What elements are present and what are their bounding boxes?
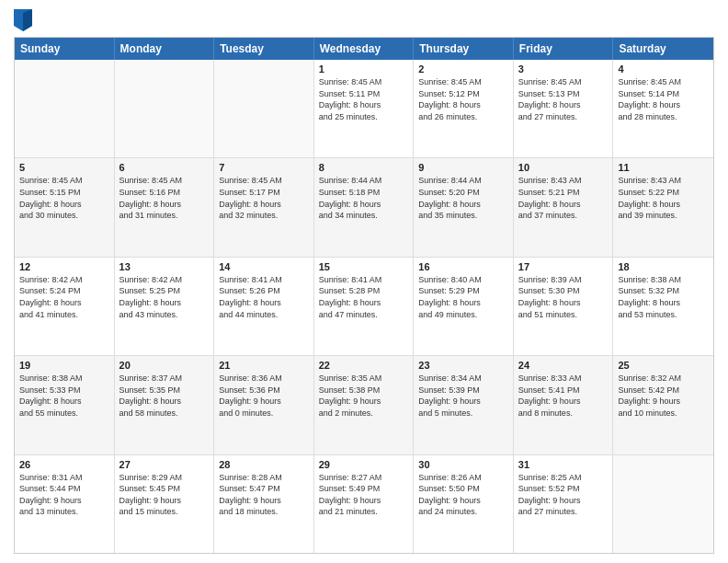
day-number: 24 — [518, 360, 609, 371]
day-number: 13 — [119, 261, 210, 272]
day-cell-14: 14Sunrise: 8:41 AM Sunset: 5:26 PM Dayli… — [214, 258, 314, 355]
calendar-row-3: 12Sunrise: 8:42 AM Sunset: 5:24 PM Dayli… — [15, 257, 713, 355]
day-info: Sunrise: 8:25 AM Sunset: 5:52 PM Dayligh… — [518, 472, 609, 518]
day-number: 2 — [418, 63, 508, 75]
day-number: 11 — [618, 162, 709, 173]
day-number: 22 — [319, 360, 409, 371]
day-cell-25: 25Sunrise: 8:32 AM Sunset: 5:42 PM Dayli… — [613, 356, 713, 454]
day-cell-16: 16Sunrise: 8:40 AM Sunset: 5:29 PM Dayli… — [414, 258, 514, 355]
header-day-sunday: Sunday — [15, 38, 115, 60]
day-number: 29 — [319, 459, 409, 470]
day-cell-7: 7Sunrise: 8:45 AM Sunset: 5:17 PM Daylig… — [214, 158, 314, 256]
day-cell-31: 31Sunrise: 8:25 AM Sunset: 5:52 PM Dayli… — [514, 455, 614, 553]
day-number: 4 — [618, 63, 709, 75]
day-cell-10: 10Sunrise: 8:43 AM Sunset: 5:21 PM Dayli… — [514, 158, 614, 256]
empty-cell — [214, 60, 314, 157]
day-cell-27: 27Sunrise: 8:29 AM Sunset: 5:45 PM Dayli… — [115, 455, 215, 553]
day-number: 17 — [518, 261, 609, 272]
day-info: Sunrise: 8:41 AM Sunset: 5:28 PM Dayligh… — [319, 274, 409, 320]
header-day-tuesday: Tuesday — [214, 38, 314, 60]
day-number: 14 — [219, 261, 309, 272]
day-number: 16 — [418, 261, 508, 272]
day-number: 26 — [19, 459, 109, 470]
day-number: 19 — [19, 360, 109, 371]
day-info: Sunrise: 8:45 AM Sunset: 5:13 PM Dayligh… — [518, 76, 609, 122]
calendar-row-5: 26Sunrise: 8:31 AM Sunset: 5:44 PM Dayli… — [15, 454, 713, 553]
logo-icon — [14, 9, 32, 31]
day-cell-13: 13Sunrise: 8:42 AM Sunset: 5:25 PM Dayli… — [115, 258, 215, 355]
day-cell-2: 2Sunrise: 8:45 AM Sunset: 5:12 PM Daylig… — [414, 60, 514, 157]
day-info: Sunrise: 8:39 AM Sunset: 5:30 PM Dayligh… — [518, 274, 609, 320]
day-info: Sunrise: 8:35 AM Sunset: 5:38 PM Dayligh… — [319, 373, 409, 419]
day-cell-12: 12Sunrise: 8:42 AM Sunset: 5:24 PM Dayli… — [15, 258, 115, 355]
day-info: Sunrise: 8:45 AM Sunset: 5:15 PM Dayligh… — [19, 175, 109, 221]
day-info: Sunrise: 8:32 AM Sunset: 5:42 PM Dayligh… — [618, 373, 709, 419]
header-day-monday: Monday — [115, 38, 215, 60]
day-cell-5: 5Sunrise: 8:45 AM Sunset: 5:15 PM Daylig… — [15, 158, 115, 256]
day-number: 7 — [219, 162, 309, 173]
day-info: Sunrise: 8:29 AM Sunset: 5:45 PM Dayligh… — [119, 472, 210, 518]
day-info: Sunrise: 8:45 AM Sunset: 5:14 PM Dayligh… — [618, 76, 709, 122]
day-info: Sunrise: 8:28 AM Sunset: 5:47 PM Dayligh… — [219, 472, 309, 518]
day-info: Sunrise: 8:45 AM Sunset: 5:12 PM Dayligh… — [418, 76, 508, 122]
day-cell-29: 29Sunrise: 8:27 AM Sunset: 5:49 PM Dayli… — [314, 455, 415, 553]
day-info: Sunrise: 8:43 AM Sunset: 5:22 PM Dayligh… — [618, 175, 709, 221]
day-info: Sunrise: 8:43 AM Sunset: 5:21 PM Dayligh… — [518, 175, 609, 221]
day-cell-9: 9Sunrise: 8:44 AM Sunset: 5:20 PM Daylig… — [414, 158, 514, 256]
day-info: Sunrise: 8:26 AM Sunset: 5:50 PM Dayligh… — [418, 472, 508, 518]
day-cell-24: 24Sunrise: 8:33 AM Sunset: 5:41 PM Dayli… — [514, 356, 614, 454]
day-info: Sunrise: 8:37 AM Sunset: 5:35 PM Dayligh… — [119, 373, 210, 419]
day-info: Sunrise: 8:45 AM Sunset: 5:16 PM Dayligh… — [119, 175, 210, 221]
page: SundayMondayTuesdayWednesdayThursdayFrid… — [0, 0, 728, 563]
day-number: 28 — [219, 459, 309, 470]
day-number: 21 — [219, 360, 309, 371]
day-cell-22: 22Sunrise: 8:35 AM Sunset: 5:38 PM Dayli… — [314, 356, 415, 454]
day-cell-1: 1Sunrise: 8:45 AM Sunset: 5:11 PM Daylig… — [314, 60, 415, 157]
day-cell-21: 21Sunrise: 8:36 AM Sunset: 5:36 PM Dayli… — [214, 356, 314, 454]
day-info: Sunrise: 8:42 AM Sunset: 5:25 PM Dayligh… — [119, 274, 210, 320]
header-day-thursday: Thursday — [414, 38, 514, 60]
day-cell-19: 19Sunrise: 8:38 AM Sunset: 5:33 PM Dayli… — [15, 356, 115, 454]
empty-cell — [115, 60, 215, 157]
day-number: 6 — [119, 162, 210, 173]
day-number: 10 — [518, 162, 609, 173]
calendar-row-1: 1Sunrise: 8:45 AM Sunset: 5:11 PM Daylig… — [15, 60, 713, 157]
day-cell-26: 26Sunrise: 8:31 AM Sunset: 5:44 PM Dayli… — [15, 455, 115, 553]
day-cell-20: 20Sunrise: 8:37 AM Sunset: 5:35 PM Dayli… — [115, 356, 215, 454]
calendar-row-4: 19Sunrise: 8:38 AM Sunset: 5:33 PM Dayli… — [15, 355, 713, 454]
day-cell-8: 8Sunrise: 8:44 AM Sunset: 5:18 PM Daylig… — [314, 158, 415, 256]
day-info: Sunrise: 8:42 AM Sunset: 5:24 PM Dayligh… — [19, 274, 109, 320]
day-cell-3: 3Sunrise: 8:45 AM Sunset: 5:13 PM Daylig… — [514, 60, 614, 157]
day-info: Sunrise: 8:34 AM Sunset: 5:39 PM Dayligh… — [418, 373, 508, 419]
day-number: 23 — [418, 360, 508, 371]
day-cell-15: 15Sunrise: 8:41 AM Sunset: 5:28 PM Dayli… — [314, 258, 415, 355]
header-day-friday: Friday — [514, 38, 614, 60]
logo — [14, 9, 36, 31]
calendar: SundayMondayTuesdayWednesdayThursdayFrid… — [14, 37, 714, 554]
svg-marker-1 — [23, 9, 32, 31]
day-info: Sunrise: 8:36 AM Sunset: 5:36 PM Dayligh… — [219, 373, 309, 419]
day-info: Sunrise: 8:31 AM Sunset: 5:44 PM Dayligh… — [19, 472, 109, 518]
day-info: Sunrise: 8:27 AM Sunset: 5:49 PM Dayligh… — [319, 472, 409, 518]
header-day-saturday: Saturday — [613, 38, 713, 60]
day-cell-30: 30Sunrise: 8:26 AM Sunset: 5:50 PM Dayli… — [414, 455, 514, 553]
day-number: 8 — [319, 162, 409, 173]
day-info: Sunrise: 8:41 AM Sunset: 5:26 PM Dayligh… — [219, 274, 309, 320]
day-cell-18: 18Sunrise: 8:38 AM Sunset: 5:32 PM Dayli… — [613, 258, 713, 355]
calendar-row-2: 5Sunrise: 8:45 AM Sunset: 5:15 PM Daylig… — [15, 157, 713, 256]
calendar-body: 1Sunrise: 8:45 AM Sunset: 5:11 PM Daylig… — [15, 60, 713, 553]
day-cell-4: 4Sunrise: 8:45 AM Sunset: 5:14 PM Daylig… — [613, 60, 713, 157]
day-number: 18 — [618, 261, 709, 272]
day-number: 31 — [518, 459, 609, 470]
empty-cell — [613, 455, 713, 553]
day-info: Sunrise: 8:40 AM Sunset: 5:29 PM Dayligh… — [418, 274, 508, 320]
day-number: 12 — [19, 261, 109, 272]
header-day-wednesday: Wednesday — [314, 38, 415, 60]
day-info: Sunrise: 8:45 AM Sunset: 5:17 PM Dayligh… — [219, 175, 309, 221]
day-number: 1 — [319, 63, 409, 75]
day-info: Sunrise: 8:44 AM Sunset: 5:20 PM Dayligh… — [418, 175, 508, 221]
empty-cell — [15, 60, 115, 157]
day-info: Sunrise: 8:38 AM Sunset: 5:33 PM Dayligh… — [19, 373, 109, 419]
day-info: Sunrise: 8:38 AM Sunset: 5:32 PM Dayligh… — [618, 274, 709, 320]
header — [14, 9, 714, 31]
